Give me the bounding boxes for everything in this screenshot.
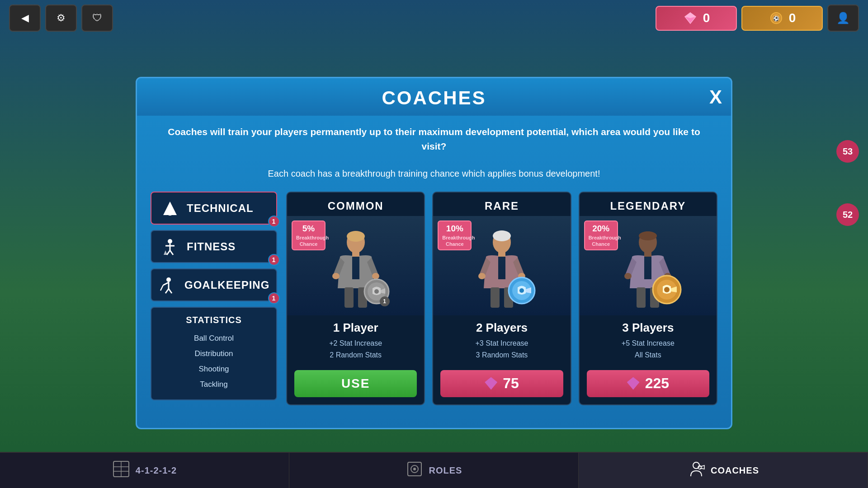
use-button[interactable]: USE <box>294 370 417 397</box>
modal-overlay: COACHES X Coaches will train your player… <box>0 0 868 488</box>
close-button[interactable]: X <box>709 88 722 107</box>
common-action: USE <box>287 366 424 404</box>
svg-rect-24 <box>344 287 354 308</box>
modal-description: Coaches will train your players permanen… <box>137 116 731 183</box>
svg-point-30 <box>493 230 511 241</box>
common-stat1: +2 Stat Increase <box>329 338 382 349</box>
fitness-icon <box>160 236 180 257</box>
category-goalkeeping[interactable]: GOALKEEPING 1 <box>151 268 277 301</box>
fitness-badge: 1 <box>268 254 280 266</box>
legendary-players: 3 Players <box>622 321 675 335</box>
statistics-list: Ball Control Distribution Shooting Tackl… <box>160 331 268 392</box>
category-fitness[interactable]: FITNESS 1 <box>151 230 277 263</box>
desc-line1: Coaches will train your players permanen… <box>155 125 713 153</box>
svg-rect-44 <box>637 287 646 308</box>
rare-price-value: 75 <box>503 375 519 392</box>
svg-point-20 <box>347 231 365 242</box>
svg-line-16 <box>165 289 169 293</box>
svg-rect-21 <box>352 251 359 257</box>
statistics-title: STATISTICS <box>160 315 268 325</box>
legendary-price-value: 225 <box>645 375 669 392</box>
modal-title: COACHES <box>382 87 486 108</box>
coaches-modal: COACHES X Coaches will train your player… <box>136 77 732 429</box>
svg-rect-34 <box>491 287 500 308</box>
technical-label: TECHNICAL <box>187 202 254 215</box>
technical-icon <box>160 198 180 218</box>
common-stat2: 2 Random Stats <box>329 349 382 361</box>
rare-stat1: +3 Stat Increase <box>476 338 528 349</box>
goalkeeping-icon <box>160 275 178 295</box>
desc-line2: Each coach has a breakthrough training c… <box>155 167 713 180</box>
legendary-visual: 20% Breakthrough Chance <box>580 216 717 315</box>
common-card: COMMON 5% Breakthrough Chance <box>286 192 425 405</box>
legendary-whistle <box>652 275 682 305</box>
modal-header: COACHES X <box>137 78 731 116</box>
svg-line-10 <box>167 250 170 255</box>
svg-point-38 <box>519 288 524 293</box>
rare-action: 75 <box>433 366 570 404</box>
legendary-info: 3 Players +5 Stat Increase All Stats <box>614 315 682 366</box>
goalkeeping-badge: 1 <box>268 292 280 304</box>
svg-line-18 <box>160 285 163 291</box>
svg-point-28 <box>374 289 379 294</box>
legendary-title: LEGENDARY <box>610 192 686 216</box>
rare-card: RARE 10% Breakthrough Chance <box>432 192 571 405</box>
svg-rect-31 <box>498 251 505 257</box>
rare-players: 2 Players <box>476 321 528 335</box>
common-title: COMMON <box>328 192 384 216</box>
rare-price-icon <box>485 377 497 390</box>
rare-breakthrough: 10% Breakthrough Chance <box>438 221 472 250</box>
legendary-price-icon <box>627 377 640 390</box>
left-panel: TECHNICAL 1 <box>151 192 277 405</box>
rare-title: RARE <box>485 192 519 216</box>
technical-badge: 1 <box>268 216 280 227</box>
svg-line-15 <box>163 282 169 285</box>
rare-price-button[interactable]: 75 <box>440 370 563 397</box>
svg-point-13 <box>166 277 171 282</box>
svg-rect-6 <box>169 212 171 216</box>
statistics-panel: STATISTICS Ball Control Distribution Sho… <box>151 307 277 400</box>
svg-point-48 <box>664 287 670 292</box>
stat-item: Shooting <box>160 361 268 377</box>
legendary-stat2: All Stats <box>622 349 675 361</box>
svg-rect-41 <box>644 251 651 257</box>
common-players: 1 Player <box>329 321 382 335</box>
legendary-breakthrough: 20% Breakthrough Chance <box>584 221 618 250</box>
rare-whistle <box>508 277 536 305</box>
svg-line-11 <box>170 250 173 255</box>
svg-point-40 <box>639 231 657 240</box>
cards-panel: COMMON 5% Breakthrough Chance <box>286 192 717 405</box>
svg-point-22 <box>332 273 340 279</box>
common-info: 1 Player +2 Stat Increase 2 Random Stats <box>322 315 389 366</box>
modal-body: TECHNICAL 1 <box>137 183 731 414</box>
goalkeeping-label: GOALKEEPING <box>184 279 269 291</box>
rare-info: 2 Players +3 Stat Increase 3 Random Stat… <box>468 315 536 366</box>
svg-marker-12 <box>164 250 167 255</box>
stat-item: Ball Control <box>160 331 268 346</box>
rare-visual: 10% Breakthrough Chance <box>433 216 570 315</box>
fitness-label: FITNESS <box>187 240 236 253</box>
svg-line-17 <box>169 289 172 293</box>
stat-item: Tackling <box>160 377 268 392</box>
legendary-action: 225 <box>580 366 717 404</box>
svg-point-7 <box>168 239 172 244</box>
common-count: 1 <box>380 296 390 306</box>
common-breakthrough: 5% Breakthrough Chance <box>292 221 326 250</box>
legendary-stat1: +5 Stat Increase <box>622 338 675 349</box>
rare-stat2: 3 Random Stats <box>476 349 528 361</box>
legendary-card: LEGENDARY 20% Breakthrough Chance <box>579 192 717 405</box>
svg-point-32 <box>478 273 486 279</box>
legendary-price-button[interactable]: 225 <box>587 370 709 397</box>
svg-point-42 <box>624 273 632 279</box>
common-visual: 5% Breakthrough Chance <box>287 216 424 315</box>
stat-item: Distribution <box>160 346 268 361</box>
category-technical[interactable]: TECHNICAL 1 <box>151 192 277 225</box>
